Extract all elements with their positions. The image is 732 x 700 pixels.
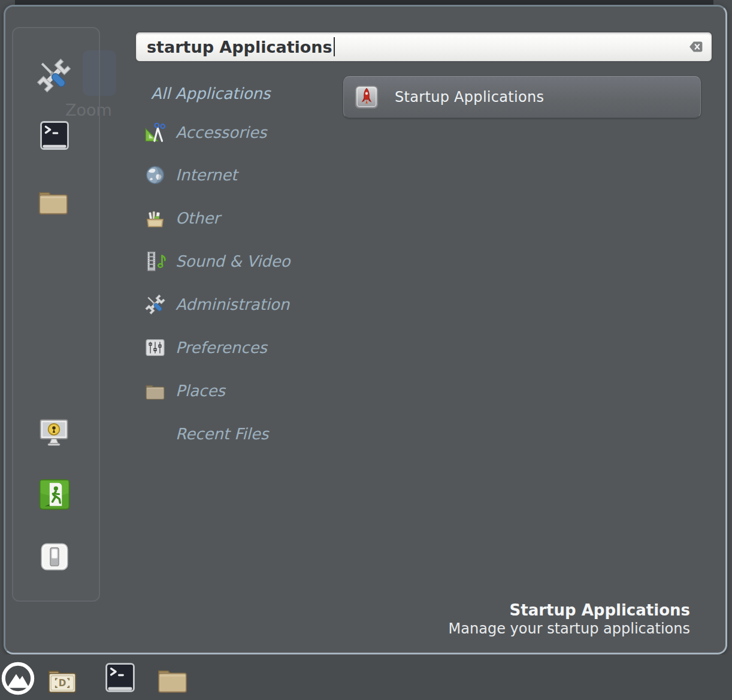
category-label: Sound & Video xyxy=(176,252,291,270)
category-label: Administration xyxy=(176,295,289,313)
sidebar-item-lock-screen[interactable] xyxy=(36,415,72,451)
sidebar-item-shutdown[interactable] xyxy=(39,541,70,572)
sidebar-item-file-manager[interactable] xyxy=(36,183,71,218)
startup-applications-rocket-icon xyxy=(354,85,379,110)
category-label: Places xyxy=(176,382,225,400)
sidebar-item-terminal[interactable] xyxy=(38,119,71,152)
places-icon xyxy=(144,379,167,402)
other-icon xyxy=(144,207,167,230)
internet-icon xyxy=(144,164,167,186)
sidebar-item-logout[interactable] xyxy=(38,478,71,511)
selection-info: Startup Applications Manage your startup… xyxy=(449,601,690,638)
category-administration[interactable]: Administration xyxy=(144,291,341,318)
shutdown-icon xyxy=(39,541,70,572)
system-tools-icon xyxy=(35,56,73,95)
preferences-icon xyxy=(144,336,167,359)
mint-menu-icon xyxy=(1,661,35,696)
result-item-startup-applications[interactable]: Startup Applications xyxy=(343,76,701,118)
sidebar-favorites xyxy=(12,27,100,602)
terminal-icon xyxy=(104,661,137,694)
category-label: All Applications xyxy=(151,85,270,102)
category-label: Preferences xyxy=(176,339,267,357)
category-label: Internet xyxy=(176,166,237,184)
search-input-value: startup Applications xyxy=(147,38,332,56)
logout-icon xyxy=(38,478,71,511)
category-sound-video[interactable]: Sound & Video xyxy=(144,248,341,274)
desktop: Zoom xyxy=(0,0,732,700)
folder-icon xyxy=(36,183,71,218)
sidebar-item-system-tools[interactable] xyxy=(35,56,73,95)
taskbar-desktop-folder-button[interactable]: D xyxy=(46,663,79,696)
lock-screen-icon xyxy=(36,415,72,451)
search-input[interactable]: startup Applications xyxy=(135,31,713,62)
folder-icon xyxy=(155,662,190,696)
taskbar-menu-button[interactable] xyxy=(1,661,35,696)
administration-icon xyxy=(144,293,167,316)
desktop-folder-icon: D xyxy=(46,663,79,696)
category-recent-files[interactable]: Recent Files xyxy=(144,421,341,447)
selection-info-subtitle: Manage your startup applications xyxy=(449,620,690,638)
category-accessories[interactable]: Accessories xyxy=(144,119,341,146)
terminal-icon xyxy=(38,119,71,152)
desktop-folder-letter: D xyxy=(59,678,66,689)
taskbar-files-button[interactable] xyxy=(155,662,190,696)
accessories-icon xyxy=(144,121,167,144)
sound-video-icon xyxy=(144,250,167,273)
result-item-label: Startup Applications xyxy=(395,89,544,105)
selection-info-title: Startup Applications xyxy=(449,601,690,620)
category-other[interactable]: Other xyxy=(144,205,341,231)
category-internet[interactable]: Internet xyxy=(144,162,341,188)
clear-search-icon[interactable] xyxy=(684,40,703,54)
category-preferences[interactable]: Preferences xyxy=(144,334,341,361)
category-places[interactable]: Places xyxy=(144,378,341,404)
text-cursor xyxy=(334,37,335,56)
category-label: Other xyxy=(176,209,220,227)
category-label: Recent Files xyxy=(176,425,268,443)
taskbar-terminal-button[interactable] xyxy=(104,661,137,694)
category-all-applications[interactable]: All Applications xyxy=(144,80,349,107)
category-label: Accessories xyxy=(176,123,267,141)
